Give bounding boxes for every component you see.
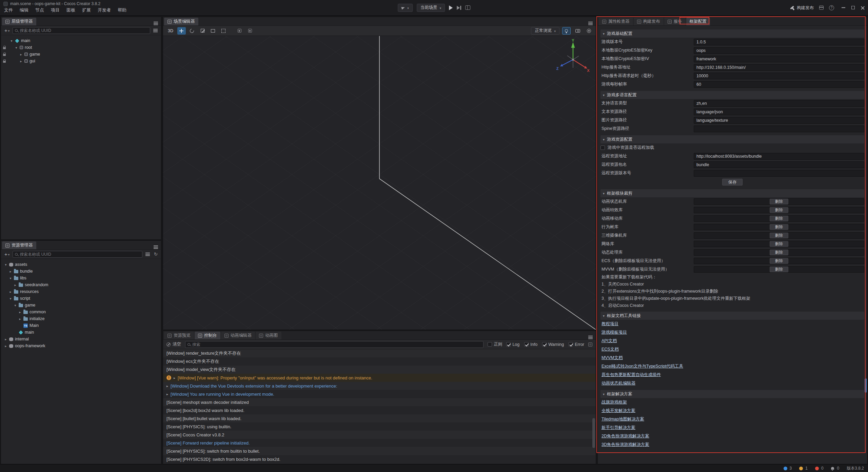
doc-link[interactable]: ECS文档 bbox=[601, 347, 619, 352]
section-header[interactable]: ▾游戏资源配置 bbox=[600, 135, 864, 143]
tab-inspector[interactable]: 属性检查器 bbox=[599, 18, 633, 25]
assets-search-input[interactable] bbox=[20, 252, 140, 257]
field-input[interactable] bbox=[694, 161, 864, 168]
warning-count-icon[interactable] bbox=[799, 467, 803, 470]
expand-arrow-icon[interactable]: ▾ bbox=[4, 263, 7, 267]
filter-log[interactable]: Log bbox=[506, 342, 519, 347]
section-header[interactable]: ▾框架解决方案 bbox=[600, 390, 864, 398]
expand-arrow-icon[interactable]: ▸ bbox=[9, 270, 12, 273]
scene-settings-button[interactable] bbox=[585, 27, 593, 35]
expand-icon[interactable]: ▸ bbox=[166, 392, 168, 396]
doc-link[interactable]: 全栈开发解决方案 bbox=[601, 408, 635, 414]
expand-arrow-icon[interactable]: ▾ bbox=[9, 297, 12, 300]
panel-menu-button[interactable] bbox=[586, 23, 595, 24]
bell-icon[interactable] bbox=[831, 467, 834, 470]
tab-anim-editor[interactable]: 动画编辑器 bbox=[221, 332, 255, 339]
section-header[interactable]: ▾框架文档工具链接 bbox=[600, 312, 864, 320]
filter-checkbox[interactable] bbox=[506, 342, 511, 347]
log-row[interactable]: [Scene] [bullet]:bullet wasm lib loaded. bbox=[163, 414, 596, 422]
mode-3d-toggle[interactable]: 3D bbox=[166, 28, 175, 33]
tree-node[interactable]: ▸internal bbox=[1, 336, 161, 342]
doc-link[interactable]: Tiledmap地图解决方案 bbox=[601, 416, 644, 422]
remote-load-checkbox[interactable] bbox=[600, 145, 605, 150]
section-header[interactable]: ▾框架模块裁剪 bbox=[600, 189, 864, 197]
tab-assets[interactable]: 资源管理器 bbox=[2, 241, 36, 249]
expand-arrow-icon[interactable]: ▸ bbox=[18, 317, 22, 321]
delete-button[interactable]: 删除 bbox=[770, 250, 788, 255]
move-tool-button[interactable] bbox=[177, 27, 186, 35]
delete-button[interactable]: 删除 bbox=[770, 233, 788, 238]
menu-item[interactable]: 节点 bbox=[35, 7, 44, 13]
menu-item[interactable]: 编辑 bbox=[20, 7, 28, 13]
help-icon[interactable] bbox=[829, 5, 834, 10]
menu-item[interactable]: 扩展 bbox=[82, 7, 91, 13]
expand-arrow-icon[interactable]: ▸ bbox=[19, 59, 23, 63]
doc-link[interactable]: 教程项目 bbox=[601, 321, 618, 327]
doc-link[interactable]: 游戏模板项目 bbox=[601, 330, 627, 335]
snap-pivot-button[interactable] bbox=[235, 27, 244, 35]
panel-menu-button[interactable] bbox=[152, 23, 160, 24]
delete-button[interactable]: 删除 bbox=[770, 199, 788, 204]
doc-link[interactable]: 原生包热更新配置自动生成插件 bbox=[601, 372, 661, 378]
field-input[interactable] bbox=[694, 153, 864, 160]
field-input[interactable] bbox=[694, 109, 864, 115]
field-input[interactable] bbox=[694, 56, 864, 62]
hierarchy-filter-button[interactable] bbox=[152, 30, 159, 31]
delete-button[interactable]: 删除 bbox=[770, 241, 788, 247]
orientation-gizmo[interactable]: Y X Z bbox=[554, 39, 592, 76]
menu-item[interactable]: 面板 bbox=[66, 7, 75, 13]
field-input[interactable] bbox=[694, 73, 864, 79]
play-button[interactable] bbox=[449, 5, 453, 10]
log-row[interactable]: !▸[Window] [Vue warn]: Property "onInput… bbox=[163, 374, 596, 382]
log-row[interactable]: [Window] render_texture文件夹不存在 bbox=[163, 349, 596, 357]
tree-node[interactable]: ▾main bbox=[1, 37, 161, 44]
field-input[interactable] bbox=[694, 64, 864, 71]
expand-arrow-icon[interactable]: ▾ bbox=[14, 303, 17, 307]
tree-node[interactable]: ▾libs bbox=[1, 275, 161, 281]
tree-node[interactable]: ▸resources bbox=[1, 288, 161, 295]
log-row[interactable]: ▸[Window] Download the Vue Devtools exte… bbox=[163, 382, 596, 390]
doc-link[interactable]: 3D角色扮演游戏解决方案 bbox=[601, 442, 649, 448]
tree-node[interactable]: ▸game bbox=[1, 51, 161, 58]
log-row[interactable]: [Scene] [box2d]:box2d wasm lib loaded. bbox=[163, 406, 596, 414]
save-button[interactable]: 保存 bbox=[722, 179, 743, 185]
field-input[interactable] bbox=[694, 47, 864, 54]
console-search-input[interactable] bbox=[192, 342, 481, 347]
doc-link[interactable]: MVVM文档 bbox=[601, 355, 623, 361]
tab-scene-editor[interactable]: 场景编辑器 bbox=[164, 18, 198, 25]
filter-error[interactable]: Error bbox=[569, 342, 584, 347]
doc-link[interactable]: 2D角色扮演游戏解决方案 bbox=[601, 433, 649, 439]
hierarchy-search-input[interactable] bbox=[20, 28, 148, 33]
regex-checkbox[interactable] bbox=[488, 342, 492, 347]
expand-arrow-icon[interactable]: ▸ bbox=[4, 344, 7, 348]
ui-transform-tool-button[interactable] bbox=[219, 27, 228, 35]
regex-toggle[interactable]: 正则 bbox=[488, 341, 502, 347]
doc-link[interactable]: Excel格式转Json文件与TypeScript代码工具 bbox=[601, 363, 683, 369]
rect-tool-button[interactable] bbox=[209, 27, 217, 35]
inspector-scrollbar[interactable] bbox=[865, 378, 867, 393]
filter-warning[interactable]: Warning bbox=[542, 342, 564, 347]
collapse-log-icon[interactable] bbox=[588, 342, 592, 347]
filter-checkbox[interactable] bbox=[569, 342, 573, 347]
delete-button[interactable]: 删除 bbox=[770, 258, 788, 264]
field-input[interactable] bbox=[694, 39, 864, 45]
expand-arrow-icon[interactable]: ▸ bbox=[19, 53, 23, 56]
log-row[interactable]: [Scene] [PHYSICS2D]: switch from box2d-w… bbox=[163, 455, 596, 463]
tab-console[interactable]: 控制台 bbox=[195, 332, 220, 339]
maximize-button[interactable] bbox=[851, 6, 855, 9]
tree-node[interactable]: ▾game bbox=[1, 302, 161, 309]
tab-hierarchy[interactable]: 层级管理器 bbox=[2, 18, 36, 25]
scene-light-toggle[interactable] bbox=[562, 27, 571, 35]
expand-arrow-icon[interactable]: ▸ bbox=[9, 290, 12, 294]
snap-coord-button[interactable] bbox=[246, 27, 254, 35]
tree-node[interactable]: ▾assets bbox=[1, 261, 161, 268]
field-input[interactable] bbox=[694, 170, 864, 177]
scale-tool-button[interactable] bbox=[198, 27, 207, 35]
scene-camera-button[interactable] bbox=[573, 27, 582, 35]
panel-menu-button[interactable] bbox=[152, 247, 160, 248]
filter-checkbox[interactable] bbox=[524, 342, 529, 347]
add-asset-button[interactable] bbox=[3, 252, 11, 257]
delete-button[interactable]: 删除 bbox=[770, 216, 788, 221]
build-publish-button[interactable]: 构建发布 bbox=[790, 5, 814, 11]
expand-arrow-icon[interactable]: ▸ bbox=[14, 283, 17, 287]
